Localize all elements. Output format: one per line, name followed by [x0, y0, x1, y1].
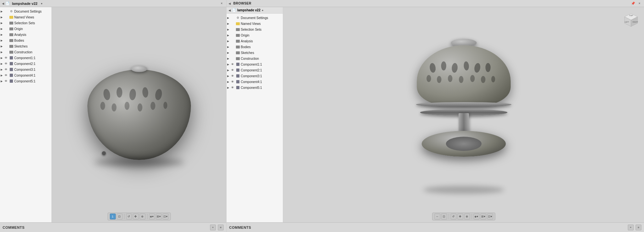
tree-item-origin[interactable]: ▶Origin	[0, 26, 51, 32]
right-header-close[interactable]: ×	[637, 1, 642, 6]
svg-text:RIGHT: RIGHT	[632, 21, 638, 23]
tree-arrow-comp2-r: ▶	[227, 69, 231, 72]
tree-label-sketches: Sketches	[14, 45, 28, 48]
tree-icon-folder-gray-bodies-r	[236, 45, 240, 49]
right-toolbar-pan-btn[interactable]: ✥	[457, 214, 463, 219]
tree-item-named-views-r[interactable]: ▶Named Views	[227, 21, 283, 26]
tree-label-comp3: Component3:1	[14, 68, 36, 71]
left-bottom-bar: COMMENTS + ≡	[0, 222, 226, 232]
tree-eye-comp1[interactable]: 👁	[5, 56, 9, 59]
left-toolbar-select-btn[interactable]: 1	[110, 214, 116, 219]
tree-icon-cube-comp3-r	[236, 74, 240, 78]
tree-item-comp3-r[interactable]: ▶👁Component3:1	[227, 73, 283, 79]
tree-label-origin-r: Origin	[241, 34, 250, 37]
tree-arrow-comp4-r: ▶	[227, 80, 231, 83]
left-header-arrow: ◀	[2, 2, 4, 5]
right-toolbar-effects-btn[interactable]: ⊞▾	[480, 214, 486, 219]
right-toolbar-zoom-btn[interactable]: ⊕	[464, 214, 470, 219]
tree-eye-comp5-r[interactable]: 👁	[231, 86, 236, 89]
tree-label-comp5-r: Component5:1	[241, 86, 262, 90]
tree-label-comp5: Component5:1	[14, 79, 36, 83]
tree-item-comp2-r[interactable]: ▶👁Component2:1	[227, 67, 283, 73]
tree-icon-cube-comp1	[9, 56, 14, 60]
tree-item-named-views[interactable]: ▶Named Views	[0, 14, 51, 20]
left-add-comment-btn[interactable]: +	[210, 225, 216, 230]
tree-item-analysis-r[interactable]: ▶Analysis	[227, 38, 283, 44]
tree-eye-comp5[interactable]: 👁	[5, 79, 9, 83]
tree-item-doc-settings[interactable]: ▶⚙Document Settings	[0, 8, 51, 14]
right-bottom-bar: COMMENTS + ≡	[227, 222, 644, 232]
tree-item-sketches[interactable]: ▶Sketches	[0, 43, 51, 49]
tree-item-sketches-r[interactable]: ▶Sketches	[227, 50, 283, 56]
tree-icon-folder-yellow-named-views-r	[236, 22, 240, 26]
left-toolbar-effects-btn[interactable]: ⊞▾	[156, 214, 161, 219]
svg-text:LEFT: LEFT	[625, 21, 629, 23]
tree-item-analysis[interactable]: ▶Analysis	[0, 32, 51, 37]
tree-label-analysis-r: Analysis	[241, 39, 253, 43]
tree-item-comp3[interactable]: ▶👁Component3:1	[0, 67, 51, 72]
tree-label-comp3-r: Component3:1	[241, 74, 262, 78]
tree-label-bodies: Bodies	[14, 39, 24, 42]
tree-item-construction-r[interactable]: ▶Construction	[227, 56, 283, 61]
tree-item-comp5[interactable]: ▶👁Component5:1	[0, 78, 51, 84]
tree-eye-comp1-r[interactable]: 👁	[231, 63, 236, 66]
tree-eye-comp3[interactable]: 👁	[5, 68, 9, 71]
right-tree-dot: ●	[262, 9, 263, 12]
left-comment-menu-btn[interactable]: ≡	[218, 225, 224, 230]
right-tree-file-icon: 📄	[232, 8, 236, 12]
tree-item-comp2[interactable]: ▶👁Component2:1	[0, 61, 51, 67]
svg-text:TOP: TOP	[629, 15, 633, 16]
tree-item-selection-sets-r[interactable]: ▶Selection Sets	[227, 26, 283, 32]
left-header-dot: ●	[41, 2, 42, 5]
right-toolbar-orbit-btn[interactable]: ↺	[450, 214, 456, 219]
left-header-file-icon: 📄	[6, 2, 9, 5]
right-toolbar-grid-btn[interactable]: ⊡▾	[487, 214, 493, 219]
tree-arrow-sketches: ▶	[1, 45, 5, 48]
tree-label-comp4-r: Component4:1	[241, 80, 262, 84]
tree-arrow-selection-sets-r: ▶	[227, 28, 231, 31]
tree-eye-comp3-r[interactable]: 👁	[231, 74, 236, 78]
right-toolbar-expand-btn[interactable]: ↔	[434, 214, 440, 219]
tree-label-doc-settings-r: Document Settings	[241, 16, 268, 20]
left-header: ◀ 📄 lampshade v22 ● ×	[0, 0, 226, 7]
left-toolbar-grid-btn[interactable]: ⊡▾	[162, 214, 168, 219]
tree-item-selection-sets[interactable]: ▶Selection Sets	[0, 20, 51, 26]
tree-arrow-comp4: ▶	[1, 74, 5, 77]
tree-icon-cube-comp3	[9, 68, 14, 71]
tree-item-comp4-r[interactable]: ▶👁Component4:1	[227, 79, 283, 85]
left-toolbar-display-btn[interactable]: ◈▾	[149, 214, 155, 219]
left-toolbar-pan-btn[interactable]: ✥	[133, 214, 139, 219]
tree-icon-gear-doc-settings: ⚙	[9, 9, 14, 13]
right-add-comment-btn[interactable]: +	[628, 225, 634, 230]
left-toolbar-zoom-btn[interactable]: ⊕	[139, 214, 145, 219]
tree-eye-comp2[interactable]: 👁	[5, 62, 9, 65]
left-viewport[interactable]: 1 ⊡ ↺ ✥ ⊕ ◈▾ ⊞▾ ⊡▾	[52, 7, 226, 222]
tree-item-bodies[interactable]: ▶Bodies	[0, 37, 51, 43]
left-header-close[interactable]: ×	[219, 1, 224, 6]
tree-item-origin-r[interactable]: ▶Origin	[227, 32, 283, 38]
right-comment-menu-btn[interactable]: ≡	[636, 225, 641, 230]
tree-label-named-views-r: Named Views	[241, 22, 261, 26]
right-header-pin[interactable]: 📌	[630, 1, 636, 6]
tree-item-doc-settings-r[interactable]: ▶⚙Document Settings	[227, 15, 283, 21]
tree-label-bodies-r: Bodies	[241, 45, 251, 49]
right-viewport[interactable]: TOP LEFT RIGHT	[283, 7, 644, 222]
left-toolbar-orbit-btn[interactable]: ↺	[126, 214, 132, 219]
tree-item-comp5-r[interactable]: ▶👁Component5:1	[227, 85, 283, 90]
tree-item-construction[interactable]: ▶Construction	[0, 49, 51, 55]
tree-eye-comp4-r[interactable]: 👁	[231, 80, 236, 83]
left-comments-label: COMMENTS	[3, 226, 25, 229]
tree-label-comp2-r: Component2:1	[241, 69, 262, 72]
tree-eye-comp4[interactable]: 👁	[5, 74, 9, 77]
tree-item-comp1[interactable]: ▶👁Component1:1	[0, 55, 51, 61]
tree-arrow-selection-sets: ▶	[1, 22, 5, 25]
tree-icon-folder-gray-sketches	[9, 44, 14, 48]
left-toolbar-box-btn[interactable]: ⊡	[117, 214, 122, 219]
tree-item-bodies-r[interactable]: ▶Bodies	[227, 44, 283, 50]
tree-arrow-named-views: ▶	[1, 16, 5, 19]
right-toolbar-box-btn[interactable]: ⊡	[441, 214, 447, 219]
tree-eye-comp2-r[interactable]: 👁	[231, 69, 236, 72]
right-toolbar-display-btn[interactable]: ◈▾	[473, 214, 479, 219]
tree-item-comp4[interactable]: ▶👁Component4:1	[0, 72, 51, 78]
tree-item-comp1-r[interactable]: ▶👁Component1:1	[227, 61, 283, 67]
